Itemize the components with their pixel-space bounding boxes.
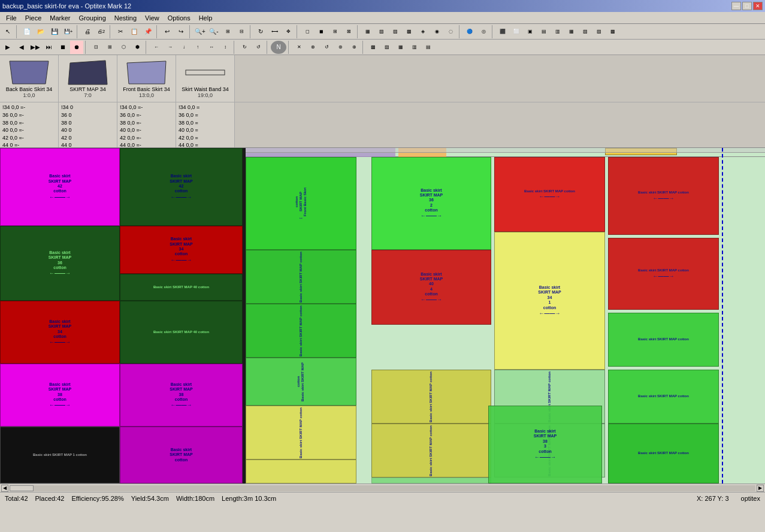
tool-rotate[interactable]: ↻: [254, 25, 267, 38]
piece-front-skirt[interactable]: Front Basic Skirt 34 13:0,0: [117, 55, 176, 102]
tool-b4[interactable]: ▩: [403, 25, 416, 38]
tool-b1[interactable]: ▦: [361, 25, 374, 38]
tool2-b1[interactable]: ←: [150, 41, 163, 54]
piece-skirt-map[interactable]: SKIRT MAP 34 7:0: [59, 55, 117, 102]
tool2-e2[interactable]: ▨: [380, 41, 394, 54]
tool2-a1[interactable]: ⊡: [89, 41, 102, 54]
tool2-b2[interactable]: →: [164, 41, 177, 54]
tool-c2[interactable]: ◎: [477, 25, 490, 38]
menu-nesting[interactable]: Nesting: [111, 13, 140, 23]
tool2-e4[interactable]: ▥: [408, 41, 421, 54]
tool2-c1[interactable]: ↻: [238, 41, 251, 54]
piece-red-1[interactable]: Basic skirtSKIRT MAP34cotton ←——→: [120, 226, 243, 274]
tool-b7[interactable]: ◌: [444, 25, 457, 38]
tool2-play[interactable]: ▶: [1, 41, 14, 54]
tool-d9[interactable]: ▩: [606, 25, 619, 38]
tool-move[interactable]: ✥: [282, 25, 295, 38]
piece-darkgreen-2[interactable]: Basic skirtSKIRT MAP36cotton ←——→: [0, 226, 120, 301]
tool2-last[interactable]: ⏭: [43, 41, 56, 54]
tool-group[interactable]: ⊞: [328, 25, 341, 38]
tool2-prev[interactable]: ◀: [15, 41, 28, 54]
piece-yellow-main[interactable]: Basic skirtSKIRT MAP341cotton ←——→: [494, 232, 605, 370]
piece-magenta-2[interactable]: Basic skirtSKIRT MAP38cotton ←——→: [0, 364, 120, 427]
tool-undo[interactable]: ↩: [161, 25, 174, 38]
tool-b6[interactable]: ◉: [430, 25, 443, 38]
piece-red-2[interactable]: Basic skirtSKIRT MAP34cotton ←——→: [0, 301, 120, 364]
tool2-next[interactable]: ▶▶: [29, 41, 42, 54]
tool-paste[interactable]: 📌: [141, 25, 155, 38]
piece-darkgreen-1[interactable]: Basic skirtSKIRT MAP42cotton ←——→: [120, 148, 243, 226]
tool-zoom-sel[interactable]: ⊟: [235, 25, 248, 38]
piece-magenta-1[interactable]: Basic skirtSKIRT MAP42cotton ←——→: [0, 148, 120, 226]
close-button[interactable]: ✕: [753, 2, 763, 10]
piece-green-mid-3[interactable]: Basic skirt SKIRT MAP cotton: [246, 358, 356, 406]
piece-green-mid-2[interactable]: Basic skirt SKIRT MAP cotton: [246, 304, 356, 358]
tool-flip[interactable]: ⟷: [268, 25, 281, 38]
tool-pointer[interactable]: ↖: [1, 25, 14, 38]
piece-green-right-1[interactable]: Basic skirt SKIRT MAP cotton: [608, 313, 719, 367]
piece-yellow-lower-2[interactable]: [246, 460, 356, 483]
scroll-right-btn[interactable]: ▶: [757, 485, 764, 492]
piece-magenta-4[interactable]: Basic skirtSKIRT MAPcotton: [120, 427, 243, 483]
tool2-b5[interactable]: ↔: [205, 41, 218, 54]
tool2-b4[interactable]: ↑: [191, 41, 204, 54]
tool-save-alt[interactable]: 💾+: [62, 25, 75, 38]
tool-d4[interactable]: ▤: [537, 25, 551, 38]
piece-green-center[interactable]: Basic skirtSKIRT MAP362cotton ←——→: [371, 157, 491, 250]
tool-d6[interactable]: ▦: [565, 25, 578, 38]
piece-green-labeled[interactable]: Basic skirtSKIRT MAP383cotton ←——→: [488, 406, 602, 483]
tool-zoom-fit[interactable]: ⊞: [221, 25, 234, 38]
piece-yellow-lower-1[interactable]: Basic skirt SKIRT MAP cotton: [246, 406, 356, 460]
piece-magenta-3[interactable]: Basic skirtSKIRT MAP38cotton ←——→: [120, 364, 243, 427]
tool-b3[interactable]: ▨: [389, 25, 402, 38]
tool2-stop[interactable]: ⏹: [56, 41, 69, 54]
tool-print2[interactable]: 🖨2: [95, 25, 108, 38]
maximize-button[interactable]: □: [742, 2, 752, 10]
menu-options[interactable]: Options: [164, 13, 194, 23]
tool-b2[interactable]: ▧: [375, 25, 388, 38]
tool2-nest[interactable]: N: [271, 41, 286, 54]
tool-zoom-in[interactable]: 🔍+: [193, 25, 207, 38]
tool-deselect[interactable]: ◼: [315, 25, 328, 38]
piece-red-mid[interactable]: Basic skirtSKIRT MAP404cotton ←——→: [371, 250, 491, 325]
piece-red-right-top[interactable]: Basic skirt SKIRT MAP cotton ←——→: [608, 157, 719, 235]
piece-green-mid-1[interactable]: Basic skirt SKIRT MAP cotton: [246, 250, 356, 304]
tool2-a3[interactable]: ⬡: [117, 41, 130, 54]
tool-cut[interactable]: ✂: [114, 25, 127, 38]
menu-file[interactable]: File: [2, 13, 20, 23]
minimize-button[interactable]: —: [731, 2, 741, 10]
tool2-d1[interactable]: ✕: [292, 41, 306, 54]
tool2-a4[interactable]: ⬢: [131, 41, 144, 54]
tool-print[interactable]: 🖨: [81, 25, 94, 38]
tool-d3[interactable]: ▣: [524, 25, 537, 38]
piece-green-center-bottom[interactable]: [371, 477, 491, 483]
horizontal-scrollbar[interactable]: ◀ ▶: [0, 483, 765, 492]
tool2-b6[interactable]: ↕: [219, 41, 232, 54]
tool-save[interactable]: 💾: [48, 25, 61, 38]
tool2-d3[interactable]: ↺: [320, 41, 333, 54]
tool2-b3[interactable]: ↓: [177, 41, 191, 54]
tool2-e1[interactable]: ▩: [367, 41, 380, 54]
tool-d5[interactable]: ▥: [551, 25, 564, 38]
tool-d2[interactable]: ⬜: [510, 25, 523, 38]
tool-new[interactable]: 📄: [20, 25, 34, 38]
tool2-a2[interactable]: ⊞: [103, 41, 116, 54]
scroll-thumb[interactable]: [10, 485, 34, 491]
tool-ungroup[interactable]: ⊠: [342, 25, 355, 38]
tool2-d2[interactable]: ⊗: [306, 41, 319, 54]
tool-b5[interactable]: ◈: [416, 25, 430, 38]
piece-back-skirt[interactable]: Back Basic Skirt 34 1:0,0: [0, 55, 59, 102]
tool-d7[interactable]: ▧: [579, 25, 592, 38]
tool-copy[interactable]: 📋: [128, 25, 141, 38]
tool-redo[interactable]: ↪: [174, 25, 188, 38]
menu-view[interactable]: View: [141, 13, 163, 23]
tool2-rec[interactable]: ⏺: [70, 41, 83, 54]
tool2-d5[interactable]: ⊕: [347, 41, 361, 54]
piece-darkgreen-4[interactable]: Basic skirt SKIRT MAP 40 cotton: [120, 301, 243, 364]
tool2-d4[interactable]: ⊛: [334, 41, 347, 54]
piece-red-right-mid[interactable]: Basic skirt SKIRT MAP cotton ←——→: [608, 238, 719, 310]
menu-grouping[interactable]: Grouping: [75, 13, 110, 23]
tool-d8[interactable]: ▨: [592, 25, 606, 38]
menu-piece[interactable]: Piece: [22, 13, 46, 23]
tool2-c2[interactable]: ↺: [252, 41, 265, 54]
